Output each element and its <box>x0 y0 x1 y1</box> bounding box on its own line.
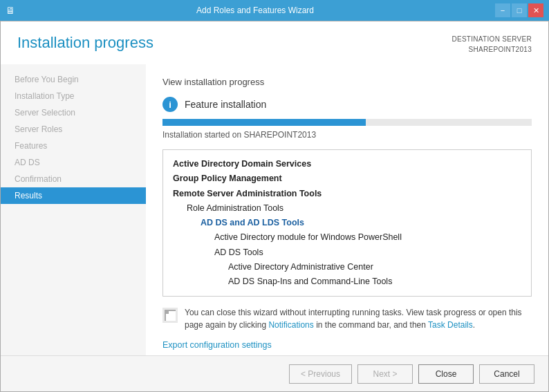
wizard-content: View installation progress i Feature ins… <box>146 64 548 355</box>
content-subtitle: View installation progress <box>162 77 532 87</box>
nav-item-server-roles: Server Roles <box>1 121 146 138</box>
progress-bar-container <box>162 119 532 126</box>
nav-item-ad-ds: AD DS <box>1 154 146 171</box>
nav-item-results: Results <box>1 187 146 204</box>
nav-item-confirmation: Confirmation <box>1 171 146 187</box>
progress-bar-fill <box>162 119 366 126</box>
app-icon: 🖥 <box>6 5 15 16</box>
wizard-container: Installation progress DESTINATION SERVER… <box>0 21 549 392</box>
wizard-header: Installation progress DESTINATION SERVER… <box>1 21 548 64</box>
list-item: Group Policy Management <box>173 171 521 186</box>
feature-install-banner: i Feature installation <box>162 97 532 112</box>
wizard-footer: < Previous Next > Close Cancel <box>1 355 548 391</box>
nav-item-installation-type: Installation Type <box>1 88 146 104</box>
nav-item-server-selection: Server Selection <box>1 104 146 121</box>
progress-text: Installation started on SHAREPOINT2013 <box>162 130 532 140</box>
svg-rect-4 <box>165 310 166 321</box>
nav-item-features: Features <box>1 138 146 154</box>
nav-item-before-you-begin: Before You Begin <box>1 71 146 88</box>
notification-text: You can close this wizard without interr… <box>185 306 532 331</box>
info-icon: i <box>162 97 178 112</box>
window-title: Add Roles and Features Wizard <box>15 6 495 15</box>
close-window-button[interactable]: ✕ <box>528 3 543 17</box>
notification-icon <box>162 308 178 323</box>
destination-server: DESTINATION SERVER SHAREPOINT2013 <box>452 34 532 55</box>
cancel-button[interactable]: Cancel <box>479 364 534 384</box>
list-item: Active Directory module for Windows Powe… <box>173 230 521 245</box>
list-item: AD DS Tools <box>173 245 521 260</box>
destination-label: DESTINATION SERVER <box>452 34 532 44</box>
title-bar: 🖥 Add Roles and Features Wizard − □ ✕ <box>0 0 549 21</box>
restore-button[interactable]: □ <box>512 3 527 17</box>
wizard-nav: Before You BeginInstallation TypeServer … <box>1 64 146 355</box>
window-controls: − □ ✕ <box>495 3 543 17</box>
notification-box: You can close this wizard without interr… <box>162 306 532 331</box>
page-title: Installation progress <box>17 34 153 52</box>
feature-install-label: Feature installation <box>185 99 266 110</box>
wizard-body: Before You BeginInstallation TypeServer … <box>1 64 548 355</box>
list-item: Role Administration Tools <box>173 201 521 216</box>
list-item: Active Directory Administrative Center <box>173 260 521 274</box>
next-button[interactable]: Next > <box>357 364 413 384</box>
previous-button[interactable]: < Previous <box>289 364 352 384</box>
svg-rect-3 <box>165 310 176 311</box>
list-item: AD DS Snap-Ins and Command-Line Tools <box>173 274 521 289</box>
list-item: AD DS and AD LDS Tools <box>173 216 521 230</box>
close-button[interactable]: Close <box>418 364 474 384</box>
export-link[interactable]: Export configuration settings <box>162 340 272 350</box>
list-item: Remote Server Administration Tools <box>173 187 521 201</box>
minimize-button[interactable]: − <box>495 3 510 17</box>
list-item: Active Directory Domain Services <box>173 157 521 171</box>
features-list-box: Active Directory Domain Services Group P… <box>162 149 532 297</box>
destination-value: SHAREPOINT2013 <box>452 44 532 55</box>
